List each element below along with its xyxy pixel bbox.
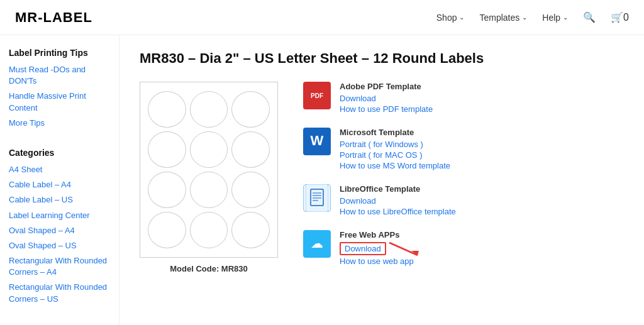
label-preview: Model Code: MR830 (140, 82, 278, 273)
cart-button[interactable]: 🛒0 (611, 11, 629, 23)
sidebar: Label Printing Tips Must Read -DOs and D… (0, 35, 119, 325)
cart-count: 0 (623, 12, 629, 23)
label-circle (190, 91, 228, 128)
label-circle (190, 212, 228, 248)
chevron-down-icon: ⌄ (522, 14, 527, 21)
webapp-download-link[interactable]: Download (340, 242, 386, 255)
webapp-template-info: Free Web APPs Download How to use web ap… (340, 230, 414, 267)
nav-help-label: Help (542, 13, 560, 23)
svg-text:W: W (311, 133, 324, 148)
logo[interactable]: MR-LABEL (15, 9, 92, 26)
sidebar-link-cable-us[interactable]: Cable Label – US (9, 194, 110, 206)
pdf-howto-link[interactable]: How to use PDF template (340, 104, 433, 114)
libre-howto-link[interactable]: How to use LibreOffice template (340, 207, 456, 216)
sidebar-categories: A4 Sheet Cable Label – A4 Cable Label – … (9, 164, 110, 305)
templates-section: PDF Adobe PDF Template Download How to u… (303, 82, 624, 273)
sidebar-link-rounded-us[interactable]: Rectangular With Rounded Corners – US (9, 282, 110, 304)
categories-section-title: Categories (9, 148, 110, 158)
webapp-template-row: ☁ Free Web APPs Download (303, 230, 624, 267)
svg-text:PDF: PDF (311, 92, 323, 99)
label-circle (148, 91, 186, 128)
word-template-name: Microsoft Template (340, 128, 450, 137)
libre-download-link[interactable]: Download (340, 196, 456, 206)
word-icon-svg: W (306, 128, 328, 155)
nav-shop-label: Shop (436, 13, 457, 23)
word-portrait-windows-link[interactable]: Portrait ( for Windows ) (340, 140, 450, 149)
label-circle (190, 172, 228, 208)
libre-icon-svg (306, 184, 328, 212)
sidebar-link-must-read[interactable]: Must Read -DOs and DON'Ts (9, 64, 110, 87)
nav-shop[interactable]: Shop ⌄ (436, 13, 465, 23)
sidebar-link-oval-us[interactable]: Oval Shaped – US (9, 240, 110, 251)
site-header: MR-LABEL Shop ⌄ Templates ⌄ Help ⌄ 🔍 🛒0 (0, 0, 644, 35)
pdf-download-link[interactable]: Download (340, 94, 433, 103)
webapp-icon: ☁ (303, 230, 331, 258)
webapp-template-name: Free Web APPs (340, 230, 414, 240)
pdf-template-row: PDF Adobe PDF Template Download How to u… (303, 82, 624, 115)
sidebar-divider (9, 133, 110, 148)
sidebar-link-massive-print[interactable]: Handle Massive Print Content (9, 91, 110, 113)
libre-icon (303, 184, 331, 212)
nav-templates-label: Templates (479, 13, 519, 23)
label-circle (148, 212, 186, 248)
main-nav: Shop ⌄ Templates ⌄ Help ⌄ 🔍 🛒0 (436, 11, 629, 23)
pdf-icon-svg: PDF (306, 82, 328, 109)
label-circle (231, 131, 270, 168)
label-circle (231, 91, 270, 128)
sidebar-link-cable-a4[interactable]: Cable Label – A4 (9, 179, 110, 190)
pdf-template-name: Adobe PDF Template (340, 82, 433, 91)
pdf-template-info: Adobe PDF Template Download How to use P… (340, 82, 433, 115)
label-circle (148, 131, 186, 168)
content-area: Model Code: MR830 PDF Adobe PDF Template… (140, 82, 624, 273)
svg-text:☁: ☁ (311, 236, 323, 250)
pdf-icon: PDF (303, 82, 331, 109)
sidebar-link-label-learning[interactable]: Label Learning Center (9, 210, 110, 221)
libre-template-info: LibreOffice Template Download How to use… (340, 184, 456, 218)
label-circle (190, 131, 228, 168)
main-content: MR830 – Dia 2" – US Letter Sheet – 12 Ro… (119, 35, 644, 325)
label-circle (231, 212, 270, 248)
label-circle (231, 172, 270, 208)
label-circle (148, 172, 186, 208)
word-portrait-mac-link[interactable]: Portrait ( for MAC OS ) (340, 150, 450, 160)
sidebar-link-a4-sheet[interactable]: A4 Sheet (9, 164, 110, 175)
tips-section-title: Label Printing Tips (9, 48, 110, 58)
page-layout: Label Printing Tips Must Read -DOs and D… (0, 35, 644, 325)
red-arrow-icon (386, 240, 424, 258)
webapp-icon-svg: ☁ (306, 230, 328, 258)
sidebar-link-rounded-a4[interactable]: Rectangular With Rounded Corners – A4 (9, 255, 110, 278)
webapp-download-highlighted: Download (340, 242, 386, 255)
label-sheet (140, 82, 278, 258)
word-template-info: Microsoft Template Portrait ( for Window… (340, 128, 450, 172)
libre-template-name: LibreOffice Template (340, 184, 456, 194)
word-icon: W (303, 128, 331, 155)
word-template-row: W Microsoft Template Portrait ( for Wind… (303, 128, 624, 172)
sidebar-link-oval-a4[interactable]: Oval Shaped – A4 (9, 225, 110, 236)
search-button[interactable]: 🔍 (583, 11, 596, 23)
nav-templates[interactable]: Templates ⌄ (479, 13, 527, 23)
libre-template-row: LibreOffice Template Download How to use… (303, 184, 624, 218)
model-code: Model Code: MR830 (170, 264, 248, 273)
chevron-down-icon: ⌄ (459, 14, 464, 21)
sidebar-link-more-tips[interactable]: More Tips (9, 118, 110, 129)
chevron-down-icon: ⌄ (563, 14, 568, 21)
svg-line-12 (389, 243, 418, 255)
nav-help[interactable]: Help ⌄ (542, 13, 568, 23)
word-howto-link[interactable]: How to use MS Word template (340, 161, 450, 170)
page-title: MR830 – Dia 2" – US Letter Sheet – 12 Ro… (140, 50, 624, 67)
